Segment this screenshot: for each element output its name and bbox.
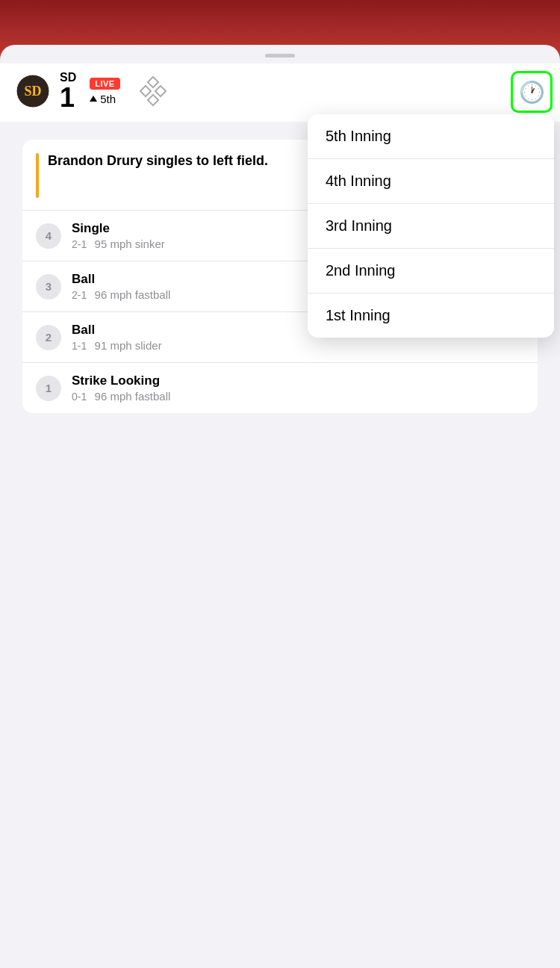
pitch-title-3: Ball bbox=[72, 272, 170, 287]
pitch-details-3: Ball 2-1 96 mph fastball bbox=[72, 272, 170, 301]
yellow-accent-bar bbox=[36, 153, 39, 198]
team-score: 1 bbox=[60, 84, 76, 111]
bottom-sheet: SD SD 1 LIVE 5th bbox=[0, 45, 560, 968]
at-bat-description: Brandon Drury singles to left field. bbox=[48, 152, 268, 170]
team-info: SD 1 bbox=[60, 71, 76, 111]
home-plate bbox=[146, 94, 159, 107]
live-badge: LIVE bbox=[90, 78, 119, 90]
pitch-number-2: 2 bbox=[36, 325, 61, 350]
pitch-number-3: 3 bbox=[36, 274, 61, 300]
inning-label: 5th bbox=[90, 93, 116, 105]
dropdown-item-2nd[interactable]: 2nd Inning bbox=[308, 249, 554, 294]
svg-text:SD: SD bbox=[24, 84, 41, 99]
dropdown-item-5th[interactable]: 5th Inning bbox=[308, 114, 554, 159]
drag-handle[interactable] bbox=[265, 54, 295, 58]
inning-dropdown-menu: 5th Inning 4th Inning 3rd Inning 2nd Inn… bbox=[308, 114, 554, 338]
arrow-up-icon bbox=[90, 96, 97, 102]
pitch-title-1: Strike Looking bbox=[72, 373, 170, 388]
pitch-subtitle-2: 1-1 91 mph slider bbox=[72, 339, 162, 352]
pitch-subtitle-4: 2-1 95 mph sinker bbox=[72, 238, 165, 250]
history-button[interactable]: 🕐 bbox=[511, 71, 553, 113]
pitch-number-4: 4 bbox=[36, 223, 61, 249]
pitch-title-4: Single bbox=[72, 221, 165, 236]
pitch-subtitle-1: 0-1 96 mph fastball bbox=[72, 390, 170, 403]
pitch-details-4: Single 2-1 95 mph sinker bbox=[72, 221, 165, 250]
first-base bbox=[154, 85, 167, 98]
dropdown-item-4th[interactable]: 4th Inning bbox=[308, 159, 554, 204]
pitch-details-2: Ball 1-1 91 mph slider bbox=[72, 323, 162, 352]
pitch-title-2: Ball bbox=[72, 323, 162, 338]
team-logo: SD bbox=[15, 73, 51, 109]
inning-text: 5th bbox=[100, 93, 116, 105]
pitch-subtitle-3: 2-1 96 mph fastball bbox=[72, 288, 170, 301]
pitch-details-1: Strike Looking 0-1 96 mph fastball bbox=[72, 373, 170, 403]
pitch-number-1: 1 bbox=[36, 376, 61, 401]
game-header: SD SD 1 LIVE 5th bbox=[0, 63, 560, 122]
dropdown-item-3rd[interactable]: 3rd Inning bbox=[308, 204, 554, 249]
dropdown-item-1st[interactable]: 1st Inning bbox=[308, 294, 554, 338]
pitch-row-1: 1 Strike Looking 0-1 96 mph fastball bbox=[22, 363, 538, 413]
clock-icon: 🕐 bbox=[519, 80, 545, 105]
